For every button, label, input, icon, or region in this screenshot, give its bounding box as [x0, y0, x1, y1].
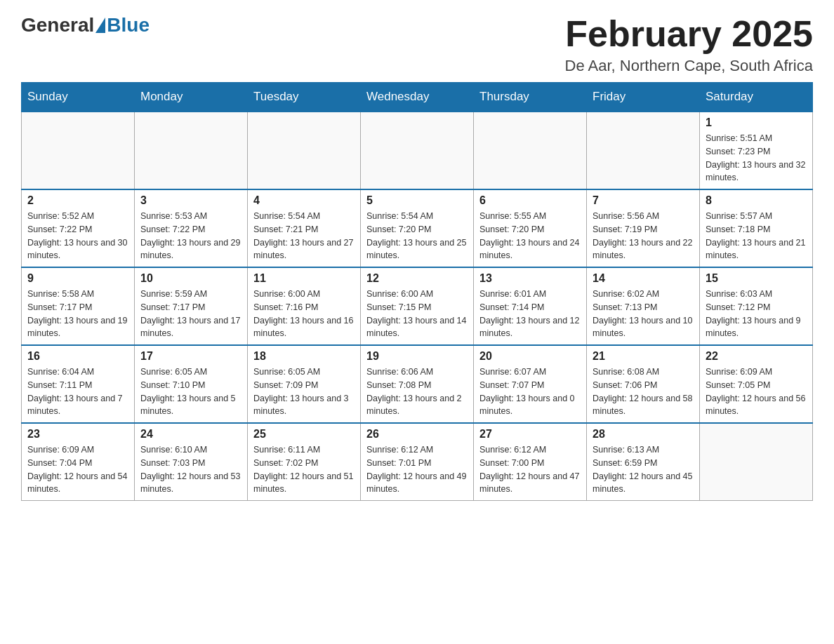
day-info: Sunrise: 5:54 AMSunset: 7:21 PMDaylight:… — [253, 210, 355, 262]
day-number: 22 — [706, 350, 807, 363]
day-number: 18 — [253, 350, 355, 363]
day-info: Sunrise: 6:02 AMSunset: 7:13 PMDaylight:… — [593, 288, 694, 340]
calendar-cell: 2Sunrise: 5:52 AMSunset: 7:22 PMDaylight… — [22, 189, 135, 267]
weekday-header-tuesday: Tuesday — [248, 83, 361, 112]
calendar-cell: 8Sunrise: 5:57 AMSunset: 7:18 PMDaylight… — [700, 189, 813, 267]
calendar-week-row: 16Sunrise: 6:04 AMSunset: 7:11 PMDayligh… — [22, 345, 813, 423]
logo: General Blue — [21, 14, 150, 36]
month-title: February 2025 — [565, 14, 813, 54]
day-info: Sunrise: 5:55 AMSunset: 7:20 PMDaylight:… — [479, 210, 581, 262]
day-number: 12 — [366, 272, 468, 285]
calendar-cell: 5Sunrise: 5:54 AMSunset: 7:20 PMDaylight… — [361, 189, 474, 267]
day-number: 19 — [366, 350, 468, 363]
day-number: 23 — [27, 428, 128, 441]
logo-triangle-icon — [95, 18, 105, 33]
logo-blue-text: Blue — [107, 14, 150, 36]
calendar-cell: 7Sunrise: 5:56 AMSunset: 7:19 PMDaylight… — [587, 189, 700, 267]
weekday-header-wednesday: Wednesday — [361, 83, 474, 112]
day-info: Sunrise: 6:07 AMSunset: 7:07 PMDaylight:… — [479, 365, 581, 418]
day-info: Sunrise: 6:13 AMSunset: 6:59 PMDaylight:… — [593, 443, 694, 496]
day-number: 4 — [253, 194, 355, 207]
day-number: 7 — [593, 194, 694, 207]
day-info: Sunrise: 5:56 AMSunset: 7:19 PMDaylight:… — [593, 210, 694, 262]
calendar-cell — [135, 112, 248, 189]
day-info: Sunrise: 6:12 AMSunset: 7:00 PMDaylight:… — [479, 443, 581, 496]
calendar-cell: 24Sunrise: 6:10 AMSunset: 7:03 PMDayligh… — [135, 423, 248, 501]
day-number: 16 — [27, 350, 128, 363]
day-number: 25 — [253, 428, 355, 441]
calendar-cell: 27Sunrise: 6:12 AMSunset: 7:00 PMDayligh… — [474, 423, 587, 501]
day-number: 17 — [140, 350, 241, 363]
calendar-cell: 15Sunrise: 6:03 AMSunset: 7:12 PMDayligh… — [700, 267, 813, 345]
day-info: Sunrise: 6:01 AMSunset: 7:14 PMDaylight:… — [479, 288, 581, 340]
calendar-cell — [474, 112, 587, 189]
calendar-cell: 23Sunrise: 6:09 AMSunset: 7:04 PMDayligh… — [22, 423, 135, 501]
day-info: Sunrise: 6:00 AMSunset: 7:15 PMDaylight:… — [366, 288, 468, 340]
calendar-cell: 14Sunrise: 6:02 AMSunset: 7:13 PMDayligh… — [587, 267, 700, 345]
day-number: 10 — [140, 272, 241, 285]
calendar-week-row: 9Sunrise: 5:58 AMSunset: 7:17 PMDaylight… — [22, 267, 813, 345]
day-info: Sunrise: 6:09 AMSunset: 7:05 PMDaylight:… — [706, 365, 807, 418]
calendar-table: SundayMondayTuesdayWednesdayThursdayFrid… — [21, 82, 813, 501]
day-info: Sunrise: 6:05 AMSunset: 7:10 PMDaylight:… — [140, 365, 241, 418]
day-info: Sunrise: 6:05 AMSunset: 7:09 PMDaylight:… — [253, 365, 355, 418]
day-number: 11 — [253, 272, 355, 285]
calendar-cell — [587, 112, 700, 189]
day-info: Sunrise: 6:00 AMSunset: 7:16 PMDaylight:… — [253, 288, 355, 340]
calendar-cell: 11Sunrise: 6:00 AMSunset: 7:16 PMDayligh… — [248, 267, 361, 345]
day-info: Sunrise: 5:54 AMSunset: 7:20 PMDaylight:… — [366, 210, 468, 262]
day-info: Sunrise: 6:12 AMSunset: 7:01 PMDaylight:… — [366, 443, 468, 496]
calendar-cell: 12Sunrise: 6:00 AMSunset: 7:15 PMDayligh… — [361, 267, 474, 345]
day-number: 24 — [140, 428, 241, 441]
calendar-cell: 3Sunrise: 5:53 AMSunset: 7:22 PMDaylight… — [135, 189, 248, 267]
calendar-week-row: 2Sunrise: 5:52 AMSunset: 7:22 PMDaylight… — [22, 189, 813, 267]
calendar-cell: 4Sunrise: 5:54 AMSunset: 7:21 PMDaylight… — [248, 189, 361, 267]
calendar-cell: 18Sunrise: 6:05 AMSunset: 7:09 PMDayligh… — [248, 345, 361, 423]
day-info: Sunrise: 6:09 AMSunset: 7:04 PMDaylight:… — [27, 443, 128, 496]
calendar-header-row: SundayMondayTuesdayWednesdayThursdayFrid… — [22, 83, 813, 112]
day-info: Sunrise: 6:11 AMSunset: 7:02 PMDaylight:… — [253, 443, 355, 496]
day-number: 21 — [593, 350, 694, 363]
calendar-week-row: 23Sunrise: 6:09 AMSunset: 7:04 PMDayligh… — [22, 423, 813, 501]
weekday-header-monday: Monday — [135, 83, 248, 112]
day-info: Sunrise: 6:04 AMSunset: 7:11 PMDaylight:… — [27, 365, 128, 418]
day-info: Sunrise: 6:06 AMSunset: 7:08 PMDaylight:… — [366, 365, 468, 418]
day-info: Sunrise: 5:53 AMSunset: 7:22 PMDaylight:… — [140, 210, 241, 262]
day-number: 8 — [706, 194, 807, 207]
day-number: 28 — [593, 428, 694, 441]
day-info: Sunrise: 5:52 AMSunset: 7:22 PMDaylight:… — [27, 210, 128, 262]
page-header: General Blue February 2025 De Aar, North… — [21, 14, 813, 75]
calendar-cell: 13Sunrise: 6:01 AMSunset: 7:14 PMDayligh… — [474, 267, 587, 345]
calendar-cell: 16Sunrise: 6:04 AMSunset: 7:11 PMDayligh… — [22, 345, 135, 423]
calendar-cell — [248, 112, 361, 189]
calendar-cell: 26Sunrise: 6:12 AMSunset: 7:01 PMDayligh… — [361, 423, 474, 501]
day-info: Sunrise: 6:08 AMSunset: 7:06 PMDaylight:… — [593, 365, 694, 418]
day-info: Sunrise: 6:03 AMSunset: 7:12 PMDaylight:… — [706, 288, 807, 340]
day-number: 9 — [27, 272, 128, 285]
day-number: 3 — [140, 194, 241, 207]
calendar-cell: 22Sunrise: 6:09 AMSunset: 7:05 PMDayligh… — [700, 345, 813, 423]
day-number: 2 — [27, 194, 128, 207]
day-number: 15 — [706, 272, 807, 285]
calendar-week-row: 1Sunrise: 5:51 AMSunset: 7:23 PMDaylight… — [22, 112, 813, 189]
calendar-cell: 10Sunrise: 5:59 AMSunset: 7:17 PMDayligh… — [135, 267, 248, 345]
day-number: 6 — [479, 194, 581, 207]
calendar-cell: 20Sunrise: 6:07 AMSunset: 7:07 PMDayligh… — [474, 345, 587, 423]
calendar-cell: 19Sunrise: 6:06 AMSunset: 7:08 PMDayligh… — [361, 345, 474, 423]
day-info: Sunrise: 5:57 AMSunset: 7:18 PMDaylight:… — [706, 210, 807, 262]
day-info: Sunrise: 5:59 AMSunset: 7:17 PMDaylight:… — [140, 288, 241, 340]
day-number: 13 — [479, 272, 581, 285]
calendar-cell: 6Sunrise: 5:55 AMSunset: 7:20 PMDaylight… — [474, 189, 587, 267]
day-info: Sunrise: 5:58 AMSunset: 7:17 PMDaylight:… — [27, 288, 128, 340]
location-title: De Aar, Northern Cape, South Africa — [565, 57, 813, 75]
calendar-cell — [361, 112, 474, 189]
calendar-cell: 25Sunrise: 6:11 AMSunset: 7:02 PMDayligh… — [248, 423, 361, 501]
day-number: 14 — [593, 272, 694, 285]
logo-general-text: General — [21, 14, 94, 36]
day-number: 20 — [479, 350, 581, 363]
day-number: 27 — [479, 428, 581, 441]
weekday-header-thursday: Thursday — [474, 83, 587, 112]
weekday-header-friday: Friday — [587, 83, 700, 112]
calendar-cell: 1Sunrise: 5:51 AMSunset: 7:23 PMDaylight… — [700, 112, 813, 189]
title-area: February 2025 De Aar, Northern Cape, Sou… — [565, 14, 813, 75]
